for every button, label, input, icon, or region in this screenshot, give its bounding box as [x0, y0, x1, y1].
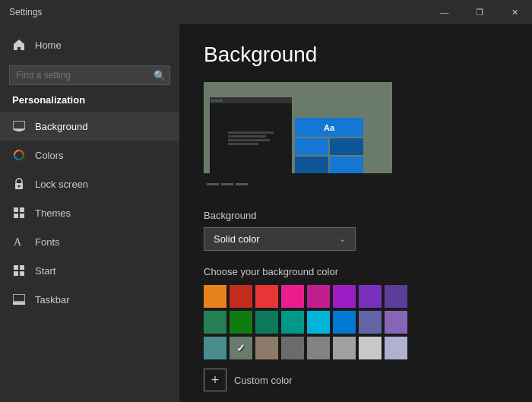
color-swatch[interactable]	[230, 311, 252, 334]
titlebar-controls: — ❐ ✕	[427, 0, 532, 24]
color-swatch[interactable]	[385, 311, 407, 334]
sidebar-item-background[interactable]: Background	[0, 112, 179, 141]
color-swatch[interactable]	[230, 337, 252, 359]
background-section-label: Background	[204, 210, 508, 221]
preview-area: Aa	[204, 82, 392, 195]
color-swatch[interactable]	[359, 285, 382, 308]
fonts-icon: A	[12, 235, 26, 248]
app-body: Home 🔍 Personalization Background	[0, 24, 532, 402]
svg-rect-13	[14, 271, 18, 276]
svg-rect-1	[14, 129, 24, 131]
svg-rect-0	[13, 121, 25, 129]
color-swatch[interactable]	[204, 337, 226, 359]
fonts-label: Fonts	[35, 236, 60, 248]
svg-rect-7	[20, 207, 24, 212]
taskbar-icon	[12, 293, 26, 306]
sidebar-item-themes[interactable]: Themes	[0, 198, 179, 227]
titlebar-title: Settings	[9, 7, 42, 17]
preview-window	[210, 97, 292, 173]
color-swatch[interactable]	[385, 285, 407, 308]
colors-icon	[12, 148, 26, 162]
svg-point-5	[18, 185, 21, 188]
search-box: 🔍	[9, 65, 170, 85]
color-swatch[interactable]	[307, 285, 330, 308]
custom-color-button[interactable]: + Custom color	[204, 369, 508, 391]
svg-rect-15	[13, 294, 25, 302]
color-swatch[interactable]	[255, 285, 278, 308]
color-swatch[interactable]	[230, 285, 252, 308]
color-swatch[interactable]	[333, 311, 356, 334]
minimize-button[interactable]: —	[427, 0, 462, 24]
svg-rect-9	[20, 214, 24, 218]
tile-4	[330, 157, 363, 173]
maximize-button[interactable]: ❐	[462, 0, 497, 24]
color-swatch[interactable]	[307, 337, 330, 359]
taskbar-icon-small-1	[207, 183, 219, 185]
custom-color-label: Custom color	[234, 375, 293, 386]
svg-rect-6	[14, 207, 18, 212]
svg-rect-14	[20, 271, 24, 276]
svg-text:A: A	[14, 236, 22, 248]
plus-icon: +	[204, 369, 226, 391]
color-grid	[204, 285, 508, 359]
color-swatch[interactable]	[281, 311, 304, 334]
sidebar-item-taskbar[interactable]: Taskbar	[0, 285, 179, 314]
search-icon: 🔍	[154, 70, 166, 81]
svg-rect-2	[17, 131, 21, 131]
svg-rect-16	[13, 302, 25, 305]
themes-icon	[12, 206, 26, 220]
main-content: Background	[179, 24, 532, 402]
color-section-label: Choose your background color	[204, 266, 508, 277]
svg-rect-12	[20, 265, 24, 270]
dropdown-value: Solid color	[214, 233, 260, 245]
search-input[interactable]	[9, 65, 170, 85]
preview-tiles-area: Aa	[295, 118, 363, 173]
color-swatch[interactable]	[255, 337, 278, 359]
color-swatch[interactable]	[204, 311, 226, 334]
color-swatch[interactable]	[385, 337, 407, 359]
svg-rect-8	[14, 214, 18, 218]
color-swatch[interactable]	[204, 285, 226, 308]
preview-window-body	[210, 103, 292, 173]
taskbar-icon-small-2	[221, 183, 233, 185]
pw-dot-2	[215, 100, 218, 102]
home-label: Home	[35, 40, 62, 51]
sidebar-item-start[interactable]: Start	[0, 256, 179, 285]
preview-window-bar	[210, 97, 292, 103]
svg-rect-11	[14, 265, 18, 270]
background-icon	[12, 119, 26, 133]
background-dropdown[interactable]: Solid color ⌄	[204, 227, 356, 251]
start-icon	[12, 264, 26, 277]
home-icon	[12, 38, 26, 52]
preview-taskbar	[204, 173, 392, 195]
titlebar: Settings — ❐ ✕	[0, 0, 532, 24]
sidebar: Home 🔍 Personalization Background	[0, 24, 179, 402]
color-swatch[interactable]	[333, 337, 356, 359]
tile-2	[330, 138, 363, 155]
page-title: Background	[204, 43, 508, 67]
close-button[interactable]: ✕	[497, 0, 532, 24]
color-swatch[interactable]	[359, 337, 382, 359]
personalization-label: Personalization	[0, 91, 179, 112]
sidebar-item-fonts[interactable]: A Fonts	[0, 227, 179, 256]
tile-3	[295, 157, 328, 173]
color-swatch[interactable]	[307, 311, 330, 334]
sidebar-item-lock-screen[interactable]: Lock screen	[0, 169, 179, 198]
themes-label: Themes	[35, 207, 71, 219]
lock-screen-label: Lock screen	[35, 179, 88, 190]
color-swatch[interactable]	[281, 285, 304, 308]
color-swatch[interactable]	[255, 311, 278, 334]
pw-dot-3	[219, 100, 222, 102]
chevron-down-icon: ⌄	[339, 234, 346, 244]
pw-dot-1	[211, 100, 214, 102]
background-label: Background	[35, 121, 87, 132]
color-swatch[interactable]	[333, 285, 356, 308]
taskbar-label: Taskbar	[35, 294, 70, 305]
sidebar-item-colors[interactable]: Colors	[0, 141, 179, 169]
start-label: Start	[35, 265, 55, 277]
colors-label: Colors	[35, 150, 64, 161]
color-swatch[interactable]	[359, 311, 382, 334]
color-swatch[interactable]	[281, 337, 304, 359]
tile-1	[295, 138, 328, 155]
sidebar-item-home[interactable]: Home	[0, 30, 179, 59]
